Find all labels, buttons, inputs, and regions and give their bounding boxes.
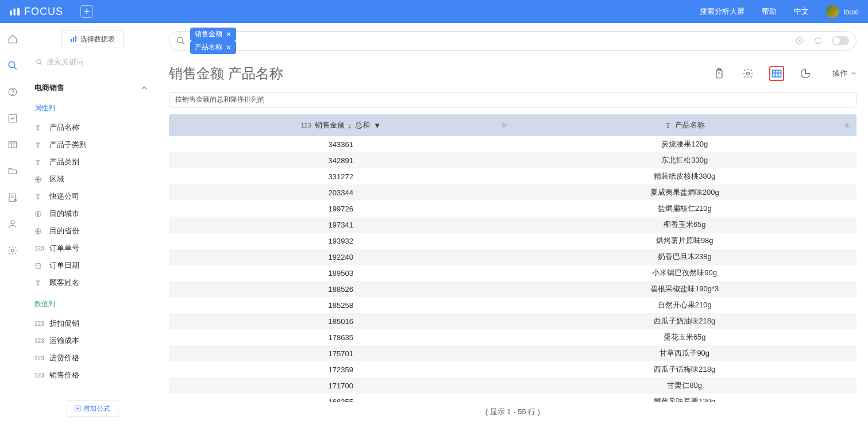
field-item[interactable]: 产品名称 xyxy=(32,119,150,136)
refresh-icon[interactable] xyxy=(813,36,823,45)
table-row[interactable]: 175701甘草西瓜子90g xyxy=(169,345,857,361)
query-chip[interactable]: 销售金额✕ xyxy=(190,28,236,41)
title-actions: S 操作 xyxy=(712,66,857,81)
nav-rail xyxy=(0,23,25,424)
chip-close-icon[interactable]: ✕ xyxy=(226,30,232,38)
chip-close-icon[interactable]: ✕ xyxy=(226,44,232,52)
field-item[interactable]: 目的城市 xyxy=(32,205,150,222)
query-chip[interactable]: 产品名称✕ xyxy=(190,41,236,54)
field-type-icon: 123 xyxy=(34,354,44,361)
svg-point-10 xyxy=(11,249,14,252)
table-row[interactable]: 185258自然开心果210g xyxy=(169,297,857,313)
table-row[interactable]: 193932烘烤薯片原味98g xyxy=(169,233,857,249)
logo-text: FOCUS xyxy=(24,6,63,18)
nav-language[interactable]: 中文 xyxy=(794,6,809,17)
select-datasource-button[interactable]: 选择数据表 xyxy=(61,30,124,48)
svg-rect-1 xyxy=(14,9,16,16)
field-item[interactable]: 产品子类别 xyxy=(32,136,150,153)
field-label: 运输成本 xyxy=(49,336,79,346)
field-item[interactable]: 123销售价格 xyxy=(32,367,150,384)
nav-dashboard[interactable]: 搜索分析大屏 xyxy=(700,6,744,17)
rail-table[interactable] xyxy=(7,139,18,151)
num-section-label: 数值列 xyxy=(34,299,150,309)
cell-product: 烘烤薯片原味98g xyxy=(513,236,857,246)
field-label: 区域 xyxy=(49,174,64,184)
avatar xyxy=(826,5,839,18)
add-formula-label: 增加公式 xyxy=(83,404,110,414)
sort-description[interactable]: 按销售金额的总和降序排列的 xyxy=(169,92,857,107)
field-item[interactable]: 顾客姓名 xyxy=(32,274,150,291)
cell-product: 夏威夷果盐焗味200g xyxy=(513,187,857,198)
data-table: 123 销售金额 ↓ 总和 ▼ 产品名称 343361炭烧腰果120g34289… xyxy=(169,114,857,402)
table-row[interactable]: 171700甘栗仁80g xyxy=(169,377,857,394)
operations-menu[interactable]: 操作 xyxy=(832,68,857,79)
svg-point-20 xyxy=(178,37,183,43)
nav-help[interactable]: 帮助 xyxy=(762,6,777,17)
username: louxl xyxy=(843,7,859,16)
keyword-input[interactable] xyxy=(47,57,149,66)
rail-user[interactable] xyxy=(7,218,18,230)
table-row[interactable]: 331272精装纸皮核桃380g xyxy=(169,168,857,184)
rail-help[interactable] xyxy=(7,86,18,98)
table-row[interactable]: 342891东北红松330g xyxy=(169,152,857,168)
query-bar-actions xyxy=(795,36,849,45)
add-formula-button[interactable]: 增加公式 xyxy=(67,400,118,417)
rail-data[interactable] xyxy=(7,192,18,203)
query-bar[interactable]: 销售金额✕产品名称✕ xyxy=(169,31,857,51)
cell-product: 自然开心果210g xyxy=(513,300,857,310)
table-row[interactable]: 189503小米锅巴孜然味90g xyxy=(169,265,857,281)
new-tab-button[interactable] xyxy=(80,5,93,18)
rail-settings[interactable] xyxy=(7,245,18,256)
field-item[interactable]: 订单日期 xyxy=(32,257,150,274)
table-row[interactable]: 199726盐焗扁核仁210g xyxy=(169,201,857,217)
field-item[interactable]: 123订单单号 xyxy=(32,240,150,257)
field-type-icon: 123 xyxy=(34,337,44,344)
text-icon xyxy=(665,122,672,129)
column-settings-icon[interactable] xyxy=(844,122,851,129)
column-header-amount[interactable]: 123 销售金额 ↓ 总和 ▼ xyxy=(169,114,513,136)
field-item[interactable]: 123运输成本 xyxy=(32,332,150,349)
field-label: 目的省份 xyxy=(49,226,79,236)
field-item[interactable]: 快递公司 xyxy=(32,188,150,205)
table-row[interactable]: 178635蛋花玉米65g xyxy=(169,329,857,345)
pie-chart-icon[interactable] xyxy=(798,66,813,81)
rail-chart[interactable] xyxy=(7,113,18,124)
field-item[interactable]: 目的省份 xyxy=(32,222,150,240)
rail-search[interactable] xyxy=(7,60,18,71)
gear-icon[interactable] xyxy=(740,66,755,81)
dataset-group[interactable]: 电商销售 xyxy=(32,80,150,95)
table-row[interactable]: 185016西瓜子奶油味218g xyxy=(169,313,857,329)
cell-product: 西瓜子话梅味218g xyxy=(513,364,857,375)
toggle-switch[interactable] xyxy=(832,36,849,45)
field-item[interactable]: 123折扣促销 xyxy=(32,315,150,332)
field-label: 产品子类别 xyxy=(49,140,87,150)
svg-rect-12 xyxy=(73,37,74,42)
numeric-icon: 123 xyxy=(300,122,311,129)
header-right: 搜索分析大屏 帮助 中文 louxl xyxy=(700,5,859,18)
search-icon xyxy=(36,58,43,66)
table-row[interactable]: 197341椰香玉米65g xyxy=(169,217,857,233)
table-row[interactable]: 343361炭烧腰果120g xyxy=(169,136,857,152)
table-row[interactable]: 203344夏威夷果盐焗味200g xyxy=(169,184,857,201)
rail-folder[interactable] xyxy=(7,165,18,177)
table-row[interactable]: 188526碧根果椒盐味190g*3 xyxy=(169,281,857,297)
table-row[interactable]: 172359西瓜子话梅味218g xyxy=(169,361,857,377)
field-type-icon xyxy=(34,210,44,218)
svg-point-28 xyxy=(847,125,848,126)
table-row[interactable]: 192240奶香巴旦木238g xyxy=(169,249,857,265)
column-header-product[interactable]: 产品名称 xyxy=(513,114,857,136)
column-settings-icon[interactable] xyxy=(500,122,507,129)
search-icon xyxy=(176,36,186,45)
field-item[interactable]: 产品类别 xyxy=(32,153,150,171)
user-menu[interactable]: louxl xyxy=(826,5,859,18)
logo[interactable]: FOCUS xyxy=(9,6,63,18)
clipboard-icon[interactable]: S xyxy=(712,66,727,81)
field-label: 销售价格 xyxy=(49,370,79,380)
clear-icon[interactable] xyxy=(795,36,804,45)
table-view-icon[interactable] xyxy=(769,66,784,81)
field-type-icon xyxy=(34,124,44,131)
field-item[interactable]: 123进货价格 xyxy=(32,349,150,367)
field-item[interactable]: 区域 xyxy=(32,171,150,188)
rail-home[interactable] xyxy=(7,33,18,45)
table-row[interactable]: 168355蟹黄风味豆瓣120g xyxy=(169,394,857,402)
